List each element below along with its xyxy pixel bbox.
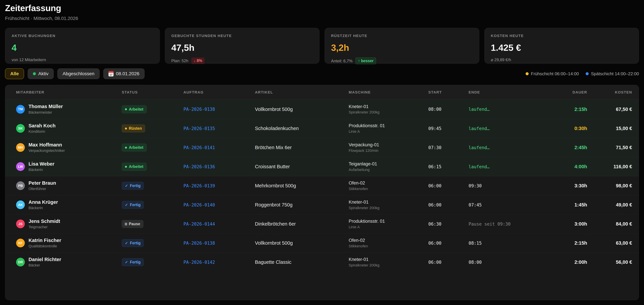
- employee-name: Jens Schmidt: [28, 219, 60, 224]
- table-row[interactable]: DR Daniel Richter Bäcker Fertig PA-2026-…: [5, 253, 639, 272]
- status-label: Fertig: [130, 260, 140, 265]
- column-header-status: Status: [122, 90, 184, 94]
- table-row[interactable]: TM Thomas Müller Bäckermeister Arbeitet …: [5, 100, 639, 119]
- employee-role: Bäckermeister: [28, 110, 63, 115]
- avatar-initials: PB: [18, 184, 23, 188]
- order-link[interactable]: PA-2026-0135: [184, 126, 255, 131]
- column-header-kosten: Kosten: [587, 90, 632, 94]
- machine-name: Verpackung-01: [349, 142, 428, 147]
- end-time: laufend…: [468, 126, 552, 131]
- bookings-table: MitarbeiterStatusAuftragArtikelMaschineS…: [5, 85, 639, 300]
- machine-name: Kneter-01: [349, 200, 428, 205]
- cost: 116,00 €: [587, 164, 632, 169]
- duration: 2:15h: [552, 107, 587, 112]
- avatar-initials: SK: [18, 127, 23, 130]
- page: Zeiterfassung Frühschicht · Mittwoch, 08…: [0, 0, 644, 300]
- kpi-value: 1.425 €: [491, 42, 632, 53]
- employee-name: Max Hoffmann: [28, 142, 65, 148]
- table-row[interactable]: PB Peter Braun Ofenführer Fertig PA-2026…: [5, 176, 639, 195]
- order-link[interactable]: PA-2026-0140: [184, 202, 255, 208]
- article: Vollkornbrot 500g: [255, 240, 349, 246]
- machine-sub: Spiralkneter 200kg: [349, 263, 428, 268]
- avatar-initials: AK: [18, 203, 23, 207]
- filter-chip-abgeschlossen[interactable]: Abgeschlossen: [57, 68, 100, 79]
- shift-dot-icon: [586, 72, 589, 75]
- page-title: Zeiterfassung: [5, 3, 639, 13]
- avatar-initials: LW: [18, 165, 23, 169]
- start-time: 06:15: [428, 164, 468, 169]
- kpi-subtext: ⌀ 29,89 €/h: [491, 57, 511, 62]
- machine-sub: Aufarbeitung: [349, 168, 428, 172]
- machine-sub: Linie A: [349, 129, 428, 134]
- status-icon: [125, 128, 127, 130]
- filter-chip-label: 08.01.2026: [116, 71, 139, 76]
- filter-chip-alle[interactable]: Alle: [5, 68, 24, 79]
- status-icon: [125, 260, 128, 265]
- duration: 2:45h: [552, 145, 587, 150]
- kpi-card: GEBUCHTE STUNDEN HEUTE 47,5h Plan: 52h ↓…: [165, 28, 320, 64]
- column-header-dauer: Dauer: [552, 90, 587, 94]
- employee-role: Konditorin: [28, 129, 56, 134]
- status-icon: [125, 108, 127, 110]
- employee-name: Daniel Richter: [28, 257, 61, 262]
- status-badge: Fertig: [122, 182, 144, 190]
- cost: 63,00 €: [587, 240, 632, 246]
- shift-legend: Frühschicht 06:00–14:00 Spätschicht 14:0…: [526, 71, 639, 76]
- employee-role: Ofenführer: [28, 187, 56, 191]
- machine-sub: Spiralkneter 200kg: [349, 206, 428, 210]
- status-badge: Pause: [122, 220, 144, 228]
- kpi-label: RÜSTZEIT HEUTE: [331, 34, 473, 38]
- shift-dot-icon: [526, 72, 528, 75]
- article: Brötchen Mix 6er: [255, 145, 349, 150]
- column-header-ende: Ende: [468, 90, 552, 94]
- employee-role: Verpackungstechniker: [28, 148, 65, 153]
- machine-name: Teiganlage-01: [349, 161, 428, 167]
- end-time: 08:00: [468, 260, 552, 265]
- avatar-initials: JS: [18, 222, 22, 226]
- filter-chip-08-01-2026[interactable]: 17 08.01.2026: [103, 68, 144, 79]
- table-row[interactable]: KF Katrin Fischer Qualitätskontrolle Fer…: [5, 234, 639, 253]
- machine-name: Ofen-02: [349, 181, 428, 186]
- employee-name: Anna Krüger: [28, 200, 58, 205]
- kpi-label: AKTIVE BUCHUNGEN: [12, 34, 153, 38]
- order-link[interactable]: PA-2026-0138: [184, 241, 255, 246]
- table-row[interactable]: LW Lisa Weber Bäckerin Arbeitet PA-2026-…: [5, 157, 639, 176]
- employee-name: Katrin Fischer: [28, 238, 61, 243]
- kpi-trend-badge: ↓ 8%: [191, 57, 204, 64]
- legend-label: Frühschicht 06:00–14:00: [531, 71, 579, 76]
- legend-label: Spätschicht 14:00–22:00: [591, 71, 639, 76]
- order-link[interactable]: PA-2026-0139: [184, 183, 255, 188]
- order-link[interactable]: PA-2026-0144: [184, 222, 255, 227]
- status-label: Fertig: [130, 241, 140, 245]
- status-badge: Arbeitet: [122, 163, 146, 171]
- filter-chips: Alle Aktiv Abgeschlossen 17 08.01.2026: [5, 68, 144, 79]
- calendar-day: 17: [108, 73, 114, 76]
- kpi-label: KOSTEN HEUTE: [491, 34, 632, 38]
- cost: 56,00 €: [587, 260, 632, 265]
- end-time: laufend…: [468, 107, 552, 112]
- table-row[interactable]: JS Jens Schmidt Teigmacher Pause PA-2026…: [5, 214, 639, 234]
- employee-role: Teigmacher: [28, 225, 60, 229]
- status-label: Fertig: [130, 184, 140, 188]
- table-row[interactable]: MH Max Hoffmann Verpackungstechniker Arb…: [5, 138, 639, 157]
- filter-chip-aktiv[interactable]: Aktiv: [28, 68, 54, 79]
- order-link[interactable]: PA-2026-0141: [184, 145, 255, 150]
- employee-role: Bäckerin: [28, 206, 58, 210]
- avatar: LW: [16, 162, 25, 171]
- article: Roggenbrot 750g: [255, 202, 349, 208]
- table-row[interactable]: SK Sarah Koch Konditorin Rüsten PA-2026-…: [5, 119, 639, 138]
- table-row[interactable]: AK Anna Krüger Bäckerin Fertig PA-2026-0…: [5, 195, 639, 214]
- machine-sub: Flowpack 120/min: [349, 148, 428, 153]
- avatar-initials: TM: [18, 107, 23, 111]
- order-link[interactable]: PA-2026-0136: [184, 164, 255, 169]
- avatar: TM: [16, 105, 25, 114]
- avatar-initials: KF: [18, 241, 23, 245]
- status-icon: [125, 184, 128, 188]
- column-header-maschine: Maschine: [349, 90, 428, 94]
- employee-name: Sarah Koch: [28, 123, 56, 129]
- order-link[interactable]: PA-2026-0138: [184, 107, 255, 112]
- order-link[interactable]: PA-2026-0142: [184, 260, 255, 265]
- start-time: 06:30: [428, 222, 468, 227]
- duration: 2:00h: [552, 260, 587, 265]
- status-icon: [125, 241, 128, 245]
